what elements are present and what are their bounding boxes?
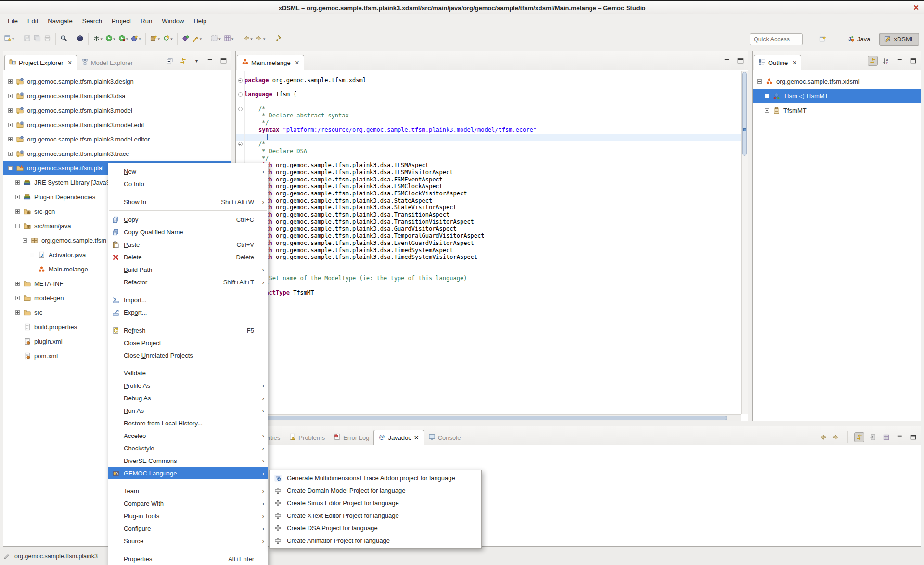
tree-item-org-gemoc-sample-tfsm-plaink3-model[interactable]: org.gemoc.sample.tfsm.plaink3.model [3, 103, 231, 117]
dropdown-chevron-icon[interactable]: ▾ [139, 37, 141, 41]
tree-item-tfsmmt[interactable]: TfsmMT [753, 103, 921, 117]
menu-search[interactable]: Search [77, 15, 107, 26]
menu-item-acceleo[interactable]: Acceleo› [108, 429, 268, 442]
open-element-icon[interactable] [868, 432, 878, 442]
tree-item-org-gemoc-sample-tfsm-xdsml[interactable]: org.gemoc.sample.tfsm.xdsml [753, 74, 921, 89]
submenu-item-create-xtext-editor-project-for-language[interactable]: Create XText Editor Project for language [270, 509, 481, 522]
print-button[interactable] [43, 33, 52, 45]
perspective-xdsml-button[interactable]: xDSML [879, 33, 919, 46]
menu-file[interactable]: File [3, 15, 23, 26]
expand-icon[interactable] [15, 180, 20, 185]
menu-item-close-project[interactable]: Close Project [108, 336, 268, 349]
tree-item-org-gemoc-sample-tfsm-plaink3-model-edit[interactable]: org.gemoc.sample.tfsm.plaink3.model.edit [3, 117, 231, 132]
save-all-button[interactable] [33, 33, 42, 45]
menu-item-go-into[interactable]: Go Into [108, 178, 268, 190]
menu-run[interactable]: Run [136, 15, 157, 26]
expand-icon[interactable] [8, 152, 13, 156]
fold-collapse-icon[interactable] [238, 142, 243, 146]
dropdown-chevron-icon[interactable]: ▾ [126, 37, 128, 41]
menu-navigate[interactable]: Navigate [43, 15, 77, 26]
menu-item-show-in[interactable]: Show InShift+Alt+W› [108, 195, 268, 208]
expand-icon[interactable] [765, 94, 769, 98]
minimize-icon[interactable] [205, 56, 215, 66]
close-icon[interactable]: ✕ [792, 60, 796, 66]
forward-button[interactable]: ▾ [255, 33, 267, 45]
menu-window[interactable]: Window [157, 15, 189, 26]
dropdown-chevron-icon[interactable]: ▾ [250, 37, 253, 41]
vertical-scrollbar-thumb[interactable] [742, 72, 747, 156]
quick-access-input[interactable] [750, 33, 803, 45]
annotation-pencil-button[interactable]: ▾ [191, 33, 203, 45]
submenu-item-create-animator-project-for-language[interactable]: Create Animator Project for language [270, 534, 481, 547]
menu-item-new[interactable]: New› [108, 165, 268, 178]
menu-item-team[interactable]: Team› [108, 485, 268, 497]
menu-item-copy-qualified-name[interactable]: Copy Qualified Name [108, 226, 268, 238]
menu-item-source[interactable]: Source› [108, 535, 268, 547]
close-icon[interactable]: ✕ [295, 60, 299, 66]
submenu-item-create-sirius-editor-project-for-language[interactable]: Create Sirius Editor Project for languag… [270, 497, 481, 509]
new-class-button[interactable] [181, 33, 190, 45]
new-wizard-button[interactable]: ▾ [3, 33, 15, 45]
menu-item-configure[interactable]: Configure› [108, 522, 268, 535]
expand-icon[interactable] [15, 282, 20, 286]
tree-item-org-gemoc-sample-tfsm-plaink3-design[interactable]: org.gemoc.sample.tfsm.plaink3.design [3, 74, 231, 89]
collapse-icon[interactable] [8, 166, 13, 170]
tree-item-org-gemoc-sample-tfsm-plaink3-model-editor[interactable]: org.gemoc.sample.tfsm.plaink3.model.edit… [3, 132, 231, 146]
dropdown-chevron-icon[interactable]: ▾ [231, 37, 234, 41]
menu-item-gemoc-language[interactable]: GEMOC Language› [108, 467, 268, 479]
tab-project-explorer[interactable]: Project Explorer ✕ [4, 55, 77, 70]
menu-project[interactable]: Project [107, 15, 136, 26]
dropdown-chevron-icon[interactable]: ▾ [263, 37, 266, 41]
pin-editor-button[interactable] [273, 33, 282, 45]
expand-icon[interactable] [8, 94, 13, 98]
link-with-editor-icon[interactable] [854, 432, 864, 442]
menu-item-refactor[interactable]: RefactorShift+Alt+T› [108, 276, 268, 288]
tab-outline[interactable]: Outline ✕ [754, 55, 801, 70]
expand-icon[interactable] [15, 310, 20, 315]
menu-item-compare-with[interactable]: Compare With› [108, 497, 268, 510]
tab-javadoc[interactable]: @Javadoc✕ [373, 430, 424, 445]
horizontal-scrollbar[interactable] [236, 414, 741, 421]
expand-icon[interactable] [15, 296, 20, 300]
close-icon[interactable]: ✕ [414, 434, 419, 441]
menu-item-refresh[interactable]: RefreshF5 [108, 324, 268, 336]
maximize-icon[interactable] [218, 56, 229, 66]
menu-item-properties[interactable]: PropertiesAlt+Enter [108, 552, 268, 565]
dropdown-chevron-icon[interactable]: ▾ [12, 37, 14, 41]
debug-last-button[interactable] [76, 33, 85, 45]
minimize-icon[interactable] [895, 56, 905, 66]
back-button[interactable]: ▾ [242, 33, 254, 45]
collapse-icon[interactable] [23, 238, 27, 243]
maximize-icon[interactable] [908, 432, 918, 442]
menu-item-copy[interactable]: CopyCtrl+C [108, 213, 268, 226]
grid-view-button[interactable]: ▾ [223, 33, 235, 45]
submenu-item-create-dsa-project-for-language[interactable]: Create DSA Project for language [270, 522, 481, 534]
menu-item-paste[interactable]: PasteCtrl+V [108, 238, 268, 251]
search-button[interactable] [59, 33, 68, 45]
horizontal-scrollbar-thumb[interactable] [237, 416, 727, 420]
menu-item-close-unrelated-projects[interactable]: Close Unrelated Projects [108, 349, 268, 361]
menu-help[interactable]: Help [189, 15, 211, 26]
menu-item-diverse-commons[interactable]: DiverSE Commons› [108, 454, 268, 467]
profile-button[interactable]: ▾ [130, 33, 142, 45]
tree-item-tfsm-tfsmmt[interactable]: Tfsm ◁ TfsmMT [753, 89, 921, 103]
forward-icon[interactable] [831, 432, 841, 442]
dropdown-chevron-icon[interactable]: ▾ [200, 37, 202, 41]
tab-error-log[interactable]: Error Log [329, 430, 373, 445]
minimize-icon[interactable] [895, 432, 905, 442]
menu-item-checkstyle[interactable]: Checkstyle› [108, 442, 268, 454]
submenu-item-generate-multidimensional-trace-addon-project-for-language[interactable]: Generate Multidimensional Trace Addon pr… [270, 472, 481, 484]
dropdown-chevron-icon[interactable]: ▾ [170, 37, 173, 41]
open-perspective-button[interactable] [818, 34, 828, 44]
menu-item-delete[interactable]: DeleteDelete [108, 251, 268, 263]
save-button[interactable] [23, 33, 32, 45]
fold-collapse-icon[interactable] [238, 107, 243, 111]
generate-code-button[interactable]: ▾ [162, 33, 174, 45]
view-menu-icon[interactable]: ▾ [192, 56, 202, 66]
debug-button[interactable]: ▾ [117, 33, 129, 45]
expand-icon[interactable] [765, 108, 769, 113]
dropdown-chevron-icon[interactable]: ▾ [218, 37, 221, 41]
maximize-icon[interactable] [735, 56, 745, 66]
new-modeling-project-button[interactable]: ▾ [149, 33, 161, 45]
sort-icon[interactable]: az [881, 56, 891, 66]
